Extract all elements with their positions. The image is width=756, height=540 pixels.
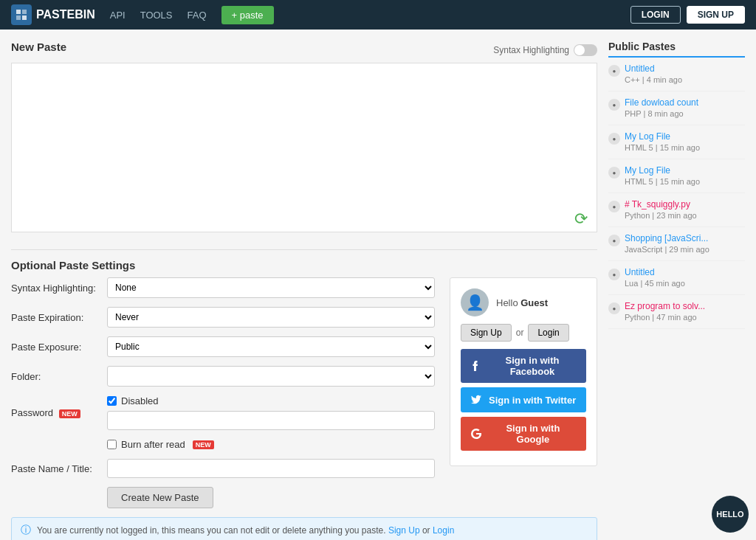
paste-item-icon: ● xyxy=(608,302,620,314)
paste-item-name[interactable]: My Log File xyxy=(625,131,700,142)
paste-item-info: My Log File HTML 5 | 15 min ago xyxy=(625,165,700,187)
svg-rect-1 xyxy=(22,10,27,14)
or-text: or xyxy=(516,328,524,338)
guest-login-button[interactable]: Login xyxy=(528,324,568,342)
nav-faq[interactable]: FAQ xyxy=(188,10,207,21)
exposure-select[interactable]: Public xyxy=(107,336,435,357)
paste-item-info: My Log File HTML 5 | 15 min ago xyxy=(625,131,700,153)
password-label: Password NEW xyxy=(11,407,107,418)
hello-widget[interactable]: HELLO xyxy=(712,496,749,533)
login-button[interactable]: LOGIN xyxy=(630,6,681,24)
twitter-signin-button[interactable]: Sign in with Twitter xyxy=(461,387,586,412)
logo-text: PASTEBIN xyxy=(36,8,95,21)
syntax-highlight-label: Syntax Highlighting xyxy=(493,45,569,55)
paste-item-name[interactable]: # Tk_squiggly.py xyxy=(625,199,697,210)
folder-label: Folder: xyxy=(11,371,107,382)
paste-item-icon: ● xyxy=(608,235,620,246)
sidebar: Public Pastes ● Untitled C++ | 4 min ago… xyxy=(608,41,745,540)
paste-item-name[interactable]: My Log File xyxy=(625,165,700,176)
guest-text: Hello Guest xyxy=(496,297,548,308)
guest-auth-row: Sign Up or Login xyxy=(461,324,586,342)
password-row: Password NEW Disabled xyxy=(11,395,435,430)
paste-item-name[interactable]: Shopping [JavaScri... xyxy=(625,233,709,243)
nav: API TOOLS FAQ + paste xyxy=(110,6,616,24)
google-label: Sign in with Google xyxy=(489,423,577,445)
twitter-icon xyxy=(470,393,483,406)
paste-item-info: Shopping [JavaScri... JavaScript | 29 mi… xyxy=(625,233,709,255)
signup-button[interactable]: SIGN UP xyxy=(687,6,745,24)
twitter-label: Sign in with Twitter xyxy=(489,395,576,406)
refresh-button[interactable]: ⟳ xyxy=(574,210,588,229)
folder-select[interactable] xyxy=(107,366,435,387)
password-disabled-checkbox[interactable] xyxy=(107,396,117,406)
paste-item-name[interactable]: Ez program to solv... xyxy=(625,301,705,311)
new-paste-header: New Paste Syntax Highlighting xyxy=(11,41,597,59)
nav-api[interactable]: API xyxy=(110,10,126,21)
guest-box: 👤 Hello Guest Sign Up or Login xyxy=(450,277,597,466)
sidebar-item: ● Shopping [JavaScri... JavaScript | 29 … xyxy=(608,233,745,261)
paste-name-label: Paste Name / Title: xyxy=(11,463,107,474)
info-icon: ⓘ xyxy=(21,524,31,537)
paste-item-meta: Python | 47 min ago xyxy=(625,313,697,322)
paste-item-meta: Python | 23 min ago xyxy=(625,211,697,220)
facebook-signin-button[interactable]: Sign in with Facebook xyxy=(461,349,586,383)
syntax-toggle[interactable] xyxy=(574,44,597,56)
paste-button[interactable]: + paste xyxy=(221,6,274,24)
facebook-icon xyxy=(470,359,481,373)
info-or: or xyxy=(422,525,433,536)
header-actions: LOGIN SIGN UP xyxy=(630,6,745,24)
burn-checkbox[interactable] xyxy=(107,440,117,449)
create-button[interactable]: Create New Paste xyxy=(107,487,213,508)
create-row: Create New Paste xyxy=(11,487,435,508)
logo-icon xyxy=(11,4,32,25)
paste-name-input[interactable] xyxy=(107,459,435,478)
svg-rect-3 xyxy=(22,15,27,20)
paste-textarea[interactable] xyxy=(11,63,597,232)
password-input[interactable] xyxy=(107,411,435,430)
info-signup-link[interactable]: Sign Up xyxy=(388,525,420,536)
syntax-toggle-row: Syntax Highlighting xyxy=(493,44,597,56)
facebook-label: Sign in with Facebook xyxy=(487,355,577,377)
guest-header: 👤 Hello Guest xyxy=(461,288,586,316)
paste-item-meta: PHP | 8 min ago xyxy=(625,109,684,118)
paste-item-name[interactable]: File dowload count xyxy=(625,97,698,108)
google-icon xyxy=(470,427,483,440)
paste-item-meta: C++ | 4 min ago xyxy=(625,75,682,84)
paste-item-meta: Lua | 45 min ago xyxy=(625,279,685,288)
paste-item-name[interactable]: Untitled xyxy=(625,267,685,277)
sidebar-item: ● Untitled C++ | 4 min ago xyxy=(608,63,745,91)
paste-item-info: File dowload count PHP | 8 min ago xyxy=(625,97,698,119)
paste-item-icon: ● xyxy=(608,269,620,280)
svg-rect-2 xyxy=(16,15,21,20)
expiration-select[interactable]: Never xyxy=(107,307,435,328)
burn-row: Burn after read NEW xyxy=(107,439,435,450)
password-disabled-row: Disabled xyxy=(107,395,435,406)
sidebar-item: ● # Tk_squiggly.py Python | 23 min ago xyxy=(608,199,745,227)
paste-item-icon: ● xyxy=(608,201,620,212)
info-login-link[interactable]: Login xyxy=(433,525,454,536)
password-right: Disabled xyxy=(107,395,435,430)
info-message: You are currently not logged in, this me… xyxy=(37,525,454,536)
google-signin-button[interactable]: Sign in with Google xyxy=(461,417,586,451)
new-paste-title: New Paste xyxy=(11,41,66,53)
paste-item-icon: ● xyxy=(608,167,620,179)
textarea-wrapper: ⟳ xyxy=(11,63,597,235)
paste-item-icon: ● xyxy=(608,133,620,145)
nav-tools[interactable]: TOOLS xyxy=(140,10,173,21)
paste-name-row: Paste Name / Title: xyxy=(11,459,435,478)
exposure-label: Paste Exposure: xyxy=(11,342,107,353)
paste-item-name[interactable]: Untitled xyxy=(625,63,682,74)
hello-text: Hello xyxy=(496,297,518,308)
paste-item-info: # Tk_squiggly.py Python | 23 min ago xyxy=(625,199,697,221)
burn-badge: NEW xyxy=(193,440,214,449)
syntax-row: Syntax Highlighting: None xyxy=(11,277,435,298)
exposure-row: Paste Exposure: Public xyxy=(11,336,435,357)
syntax-select-label: Syntax Highlighting: xyxy=(11,283,107,294)
paste-item-meta: HTML 5 | 15 min ago xyxy=(625,177,700,186)
password-badge: NEW xyxy=(59,409,80,418)
settings-grid: Syntax Highlighting: None Paste Expirati… xyxy=(11,277,597,508)
avatar: 👤 xyxy=(461,288,489,316)
guest-signup-button[interactable]: Sign Up xyxy=(461,324,512,342)
paste-item-info: Ez program to solv... Python | 47 min ag… xyxy=(625,301,705,322)
syntax-select[interactable]: None xyxy=(107,277,435,298)
